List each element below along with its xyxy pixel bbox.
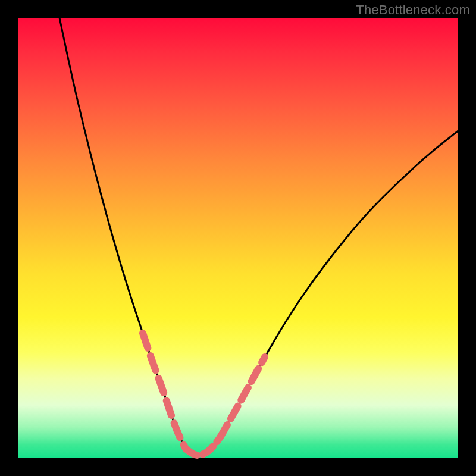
- plot-area: [18, 18, 458, 458]
- watermark-text: TheBottleneck.com: [356, 2, 470, 18]
- curve-svg: [18, 18, 458, 458]
- series-right-dash-overlay: [220, 357, 265, 437]
- series-left-dash-overlay: [143, 333, 186, 449]
- chart-frame: TheBottleneck.com: [0, 0, 476, 476]
- series-bottleneck-curve: [60, 18, 458, 455]
- series-bottom-dash-overlay: [186, 437, 220, 455]
